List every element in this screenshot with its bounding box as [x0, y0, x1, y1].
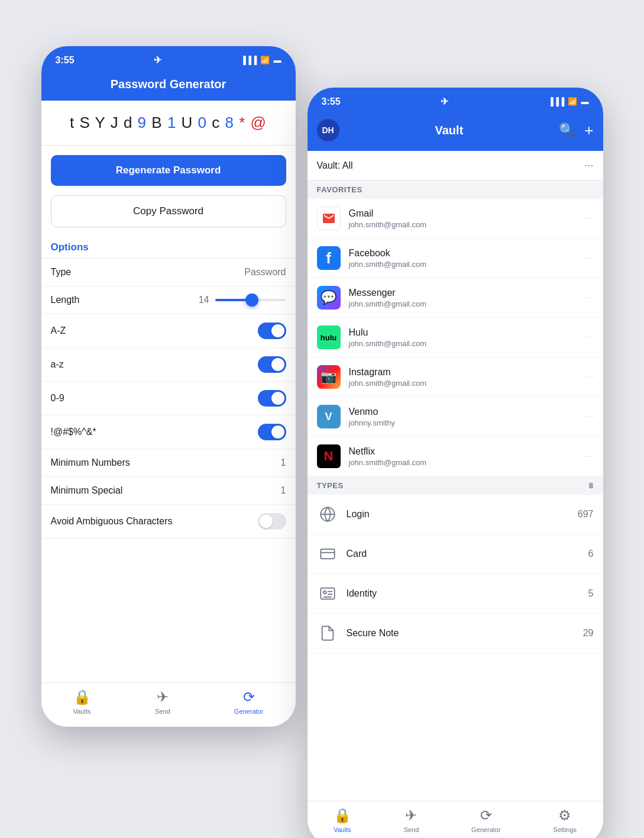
secure-note-type-count: 29	[583, 628, 594, 639]
pw-star: *	[239, 114, 245, 131]
special-label: !@#$%^&*	[51, 427, 96, 437]
az-lower-toggle[interactable]	[258, 356, 286, 373]
favorites-section-header: FAVORITES	[308, 181, 603, 199]
generator-label-1: Generator	[234, 708, 264, 715]
digits-option-row[interactable]: 0-9	[41, 382, 296, 415]
facebook-more-icon[interactable]: ···	[585, 253, 593, 263]
card-type-count: 6	[588, 549, 594, 559]
vault-item-messenger[interactable]: 💬 Messenger john.smith@gmail.com ···	[308, 278, 603, 318]
type-option-row[interactable]: Type Password	[41, 259, 296, 286]
vault-item-netflix[interactable]: N Netflix john.smith@gmail.com ···	[308, 437, 603, 476]
slider-fill	[215, 299, 247, 301]
venmo-more-icon[interactable]: ···	[585, 411, 593, 422]
user-avatar[interactable]: DH	[317, 119, 339, 141]
status-bar-2: 3:55 ✈ ▐▐▐ 📶 ▬	[308, 88, 603, 113]
vault-selector[interactable]: Vault: All ···	[308, 151, 603, 181]
settings-label-2: Settings	[553, 826, 577, 833]
avoid-option-row[interactable]: Avoid Ambiguous Characters	[41, 505, 296, 539]
status-icons-1: ▐▐▐ 📶 ▬	[241, 56, 281, 65]
netflix-icon: N	[317, 444, 341, 468]
nav-vaults-2[interactable]: 🔒 Vaults	[334, 807, 351, 833]
length-label: Length	[51, 295, 80, 305]
vault-item-gmail[interactable]: Gmail john.smith@gmail.com ···	[308, 199, 603, 238]
app-header-2: DH Vault 🔍 +	[308, 113, 603, 151]
length-slider-track[interactable]	[215, 299, 286, 301]
svg-point-4	[323, 591, 326, 594]
avoid-label: Avoid Ambiguous Characters	[51, 516, 173, 527]
az-option-row[interactable]: A-Z	[41, 314, 296, 348]
header-actions: 🔍 +	[559, 121, 593, 140]
svg-rect-1	[321, 549, 334, 559]
vault-item-venmo[interactable]: V Venmo johnny.smithy ···	[308, 397, 603, 437]
vault-item-hulu[interactable]: hulu Hulu john.smith@gmail.com ···	[308, 318, 603, 357]
hulu-more-icon[interactable]: ···	[585, 332, 593, 343]
nav-generator-1[interactable]: ⟳ Generator	[234, 689, 264, 715]
add-icon[interactable]: +	[584, 121, 593, 140]
digits-label: 0-9	[51, 393, 64, 404]
type-item-secure-note[interactable]: Secure Note 29	[308, 614, 603, 653]
nav-send-1[interactable]: ✈ Send	[155, 689, 170, 715]
avoid-toggle[interactable]	[258, 513, 286, 530]
login-type-icon	[317, 504, 338, 525]
search-icon[interactable]: 🔍	[559, 123, 575, 138]
digits-toggle[interactable]	[258, 390, 286, 407]
location-icon-2: ✈	[441, 96, 448, 107]
vaults-icon: 🔒	[73, 689, 91, 705]
messenger-name: Messenger	[349, 288, 586, 298]
az-lower-label: a-z	[51, 359, 64, 370]
battery-icon-2: ▬	[581, 97, 588, 106]
send-label-1: Send	[155, 708, 170, 715]
identity-type-count: 5	[588, 588, 594, 599]
az-toggle[interactable]	[258, 323, 286, 339]
vault-item-instagram[interactable]: 📷 Instagram john.smith@gmail.com ···	[308, 357, 603, 397]
copy-password-button[interactable]: Copy Password	[51, 195, 286, 227]
password-generator-phone: 3:55 ✈ ▐▐▐ 📶 ▬ Password Generator t S Y …	[41, 46, 296, 727]
login-type-name: Login	[347, 509, 578, 520]
min-special-label: Minimum Special	[51, 485, 123, 496]
slider-thumb[interactable]	[245, 294, 258, 307]
type-label: Type	[51, 267, 72, 278]
send-icon-2: ✈	[405, 807, 417, 824]
instagram-more-icon[interactable]: ···	[585, 372, 593, 382]
settings-icon-2: ⚙	[558, 807, 571, 824]
options-label[interactable]: Options	[41, 237, 296, 258]
vault-phone: 3:55 ✈ ▐▐▐ 📶 ▬ DH Vault 🔍 + Vault: All ·…	[308, 88, 603, 838]
secure-note-type-name: Secure Note	[347, 628, 583, 639]
length-option-row[interactable]: Length 14	[41, 286, 296, 314]
hulu-info: Hulu john.smith@gmail.com	[349, 327, 586, 348]
vault-more-icon[interactable]: ···	[584, 159, 593, 172]
type-item-card[interactable]: Card 6	[308, 534, 603, 574]
pw-1: 1	[167, 114, 176, 131]
nav-settings-2[interactable]: ⚙ Settings	[553, 807, 577, 833]
az-lower-option-row[interactable]: a-z	[41, 348, 296, 382]
hulu-sub: john.smith@gmail.com	[349, 339, 586, 348]
length-value-group: 14	[199, 295, 286, 305]
battery-icon: ▬	[273, 56, 281, 65]
bottom-nav-2: 🔒 Vaults ✈ Send ⟳ Generator ⚙ Settings	[308, 801, 603, 838]
pw-d: d	[124, 114, 132, 131]
vault-item-facebook[interactable]: f Facebook john.smith@gmail.com ···	[308, 238, 603, 278]
special-toggle[interactable]	[258, 424, 286, 440]
nav-generator-2[interactable]: ⟳ Generator	[471, 807, 501, 833]
types-count: 8	[589, 481, 594, 490]
min-special-option-row[interactable]: Minimum Special 1	[41, 477, 296, 505]
pw-0: 0	[198, 114, 207, 131]
type-item-identity[interactable]: Identity 5	[308, 574, 603, 614]
special-option-row[interactable]: !@#$%^&*	[41, 415, 296, 449]
min-numbers-label: Minimum Numbers	[51, 457, 130, 468]
nav-vaults-1[interactable]: 🔒 Vaults	[73, 689, 91, 715]
length-number: 14	[199, 295, 209, 305]
send-label-2: Send	[404, 826, 419, 833]
min-numbers-option-row[interactable]: Minimum Numbers 1	[41, 449, 296, 477]
regenerate-button[interactable]: Regenerate Password	[51, 155, 286, 186]
gmail-more-icon[interactable]: ···	[585, 213, 593, 224]
pw-c: c	[212, 114, 220, 131]
gmail-name: Gmail	[349, 208, 586, 219]
vaults-label-2: Vaults	[334, 826, 351, 833]
messenger-more-icon[interactable]: ···	[585, 292, 593, 303]
netflix-more-icon[interactable]: ···	[585, 451, 593, 462]
nav-send-2[interactable]: ✈ Send	[404, 807, 419, 833]
type-item-login[interactable]: Login 697	[308, 495, 603, 534]
pw-y: Y	[95, 114, 106, 131]
facebook-name: Facebook	[349, 248, 586, 259]
